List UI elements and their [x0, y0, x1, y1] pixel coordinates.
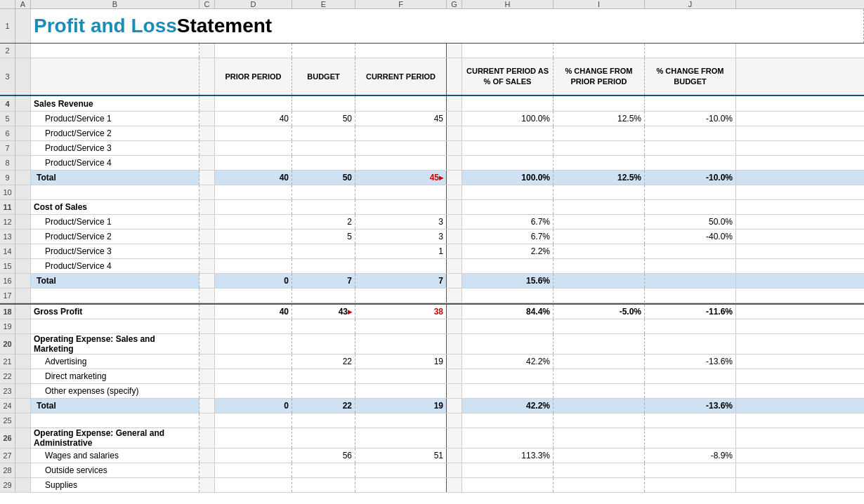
row-17: 17	[0, 289, 864, 303]
row-num-20: 20	[0, 334, 15, 354]
sales-total-pct: 100.0%	[462, 171, 554, 185]
cell-27g	[447, 449, 462, 463]
cell-26g	[447, 428, 462, 448]
cell-13a	[15, 230, 31, 244]
title-cell: Profit and Loss Statement	[31, 9, 864, 43]
cell-2h	[462, 44, 554, 58]
cell-27j: -8.9%	[645, 449, 736, 463]
row-num-28: 28	[0, 463, 15, 477]
cell-5f: 45	[355, 112, 447, 126]
cost-total-chg-budget	[645, 274, 736, 288]
cell-4e	[292, 96, 355, 111]
cell-20e	[292, 334, 355, 354]
op-sales-total-chg-budget: -13.6%	[645, 399, 736, 413]
cell-12d	[215, 215, 292, 229]
cell-28j	[645, 463, 736, 477]
cell-7h	[462, 141, 554, 155]
cell-25j	[645, 413, 736, 427]
cell-15c	[199, 259, 215, 273]
cell-7a	[15, 141, 31, 155]
cell-15f	[355, 259, 447, 273]
row-num-6: 6	[0, 126, 15, 140]
cell-15d	[215, 259, 292, 273]
cell-20c	[199, 334, 215, 354]
cell-23e	[292, 384, 355, 398]
cell-28f	[355, 463, 447, 477]
cell-25d	[215, 413, 292, 427]
cell-14c	[199, 244, 215, 258]
row-8: 8 Product/Service 4	[0, 156, 864, 171]
cell-19a	[15, 319, 31, 333]
op-sales-label: Operating Expense: Sales and Marketing	[31, 334, 199, 354]
row-num-2: 2	[0, 44, 15, 58]
cell-22g	[447, 369, 462, 383]
cell-25c	[199, 413, 215, 427]
cell-25a	[15, 413, 31, 427]
cell-27d	[215, 449, 292, 463]
cell-22d	[215, 369, 292, 383]
row-10: 10	[0, 185, 864, 200]
row-28: 28 Outside services	[0, 463, 864, 478]
header-current-pct-sales: CURRENT PERIOD AS % OF SALES	[462, 58, 554, 95]
cell-20f	[355, 334, 447, 354]
cell-27h: 113.3%	[462, 449, 554, 463]
header-prior-period: PRIOR PERIOD	[215, 58, 292, 95]
cell-8h	[462, 156, 554, 170]
cell-10d	[215, 185, 292, 199]
cell-18c	[199, 305, 215, 319]
cell-23b: Other expenses (specify)	[31, 384, 199, 398]
col-header-c: C	[199, 0, 215, 8]
cell-6a	[15, 126, 31, 140]
cell-20a	[15, 334, 31, 354]
row-23: 23 Other expenses (specify)	[0, 384, 864, 399]
cell-12b: Product/Service 1	[31, 215, 199, 229]
cell-22a	[15, 369, 31, 383]
cell-8c	[199, 156, 215, 170]
cell-17i	[554, 289, 645, 303]
cell-13f: 3	[355, 230, 447, 244]
cell-21b: Advertising	[31, 354, 199, 369]
cell-18g	[447, 305, 462, 319]
cell-8g	[447, 156, 462, 170]
cell-9g	[447, 171, 462, 185]
cell-12e: 2	[292, 215, 355, 229]
cell-5c	[199, 112, 215, 126]
cell-29e	[292, 478, 355, 492]
cell-15j	[645, 259, 736, 273]
row-19: 19	[0, 319, 864, 334]
sales-total-current: 45 ▶	[355, 171, 447, 185]
cell-26e	[292, 428, 355, 448]
cell-22f	[355, 369, 447, 383]
cell-5d: 40	[215, 112, 292, 126]
row-21: 21 Advertising 22 19 42.2% -13.6%	[0, 354, 864, 369]
cell-5a	[15, 112, 31, 126]
row-13: 13 Product/Service 2 5 3 6.7% -40.0%	[0, 230, 864, 244]
sales-total-prior: 40	[215, 171, 292, 185]
row-num-26: 26	[0, 428, 15, 448]
cell-14f: 1	[355, 244, 447, 258]
cell-7d	[215, 141, 292, 155]
row-2: 2	[0, 44, 864, 58]
cell-19e	[292, 319, 355, 333]
cell-14h: 2.2%	[462, 244, 554, 258]
gross-profit-label: Gross Profit	[31, 305, 199, 319]
cell-25h	[462, 413, 554, 427]
cell-4c	[199, 96, 215, 111]
op-sales-header-row: 20 Operating Expense: Sales and Marketin…	[0, 334, 864, 354]
cell-16g	[447, 274, 462, 288]
cell-27i	[554, 449, 645, 463]
cell-17d	[215, 289, 292, 303]
cell-21d	[215, 354, 292, 369]
op-sales-total-pct: 42.2%	[462, 399, 554, 413]
cost-total-prior: 0	[215, 274, 292, 288]
cell-12j: 50.0%	[645, 215, 736, 229]
row-num-9: 9	[0, 171, 15, 185]
cost-total-current: 7	[355, 274, 447, 288]
cell-25e	[292, 413, 355, 427]
cell-29d	[215, 478, 292, 492]
cell-23g	[447, 384, 462, 398]
cell-14g	[447, 244, 462, 258]
gross-profit-row: 18 Gross Profit 40 43 ▶ 38 84.4% -5.0% -…	[0, 303, 864, 319]
header-current-period: CURRENT PERIOD	[355, 58, 447, 95]
cell-16a	[15, 274, 31, 288]
